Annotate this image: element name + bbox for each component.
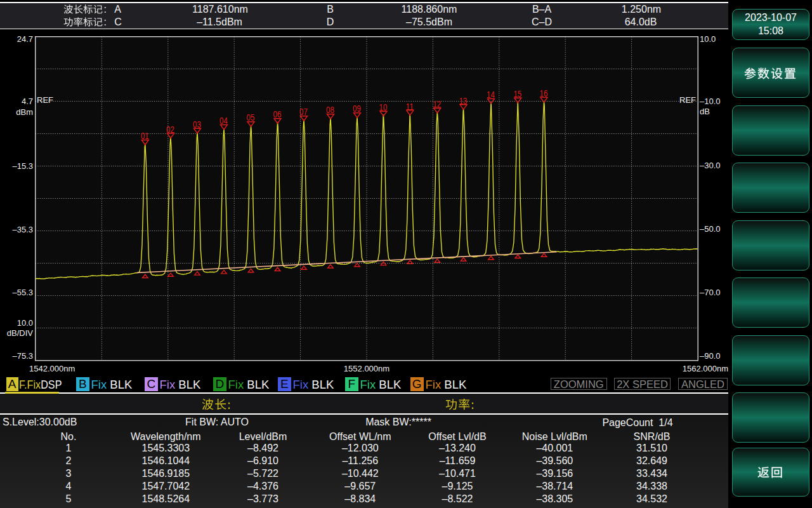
svg-text:03: 03 [193,118,201,129]
svg-text:09: 09 [353,103,361,114]
svg-text:13: 13 [459,95,468,105]
svg-text:14: 14 [487,89,495,100]
svg-text:05: 05 [247,112,255,123]
svg-text:12: 12 [433,98,441,109]
svg-text:04: 04 [219,115,228,126]
svg-text:16: 16 [540,88,548,98]
svg-text:15: 15 [513,88,521,98]
svg-text:01: 01 [141,130,149,141]
svg-text:06: 06 [273,109,282,119]
svg-text:07: 07 [299,106,308,117]
svg-text:10: 10 [379,101,388,112]
svg-text:02: 02 [166,123,174,134]
svg-text:08: 08 [326,104,334,115]
svg-text:11: 11 [405,100,414,111]
